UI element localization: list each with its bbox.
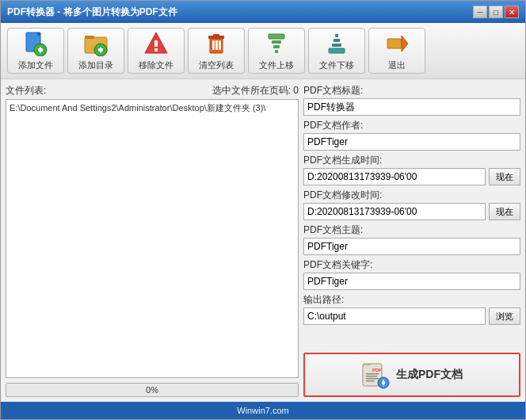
svg-rect-30 <box>363 364 371 365</box>
svg-rect-26 <box>329 48 345 53</box>
pdf-created-label: PDF文档生成时间: <box>303 154 520 167</box>
svg-rect-24 <box>334 39 340 42</box>
svg-rect-15 <box>213 34 219 37</box>
pdf-output-input[interactable] <box>303 307 486 325</box>
svg-rect-20 <box>272 40 281 44</box>
pdf-subject-row <box>303 238 520 255</box>
pdf-author-group: PDF文档作者: <box>303 119 520 151</box>
svg-rect-27 <box>387 39 402 48</box>
svg-rect-16 <box>212 40 215 50</box>
add-file-icon <box>23 31 48 56</box>
main-window: PDF转换器 - 将多个图片转换为PDF文件 ─ □ ✕ 添加文件 <box>0 0 526 420</box>
svg-rect-32 <box>366 373 379 375</box>
pdf-output-label: 输出路径: <box>303 293 520 307</box>
add-dir-button[interactable]: 添加目录 <box>67 28 124 74</box>
pdf-keywords-label: PDF文档关键字: <box>303 258 520 272</box>
title-controls: ─ □ ✕ <box>473 6 519 18</box>
close-button[interactable]: ✕ <box>505 6 519 18</box>
minimize-button[interactable]: ─ <box>473 6 487 18</box>
svg-rect-11 <box>154 40 158 47</box>
modified-now-button[interactable]: 现在 <box>489 203 520 220</box>
add-dir-label: 添加目录 <box>78 59 113 71</box>
progress-area: 0% <box>6 383 299 397</box>
svg-rect-35 <box>366 380 374 382</box>
remove-file-label: 移除文件 <box>139 59 173 71</box>
svg-rect-38 <box>382 381 385 384</box>
pdf-keywords-input[interactable] <box>303 273 520 290</box>
svg-rect-33 <box>366 376 377 377</box>
exit-label: 退出 <box>388 59 406 71</box>
pdf-author-row <box>303 133 520 151</box>
pdf-output-row: 浏览 <box>303 307 520 325</box>
add-file-label: 添加文件 <box>18 59 53 71</box>
pdf-modified-label: PDF文档修改时间: <box>303 189 520 202</box>
file-list-label: 文件列表: <box>6 84 46 97</box>
svg-marker-28 <box>402 36 408 52</box>
watermark-bar: Winwin7.com <box>1 402 525 419</box>
exit-button[interactable]: 退出 <box>368 28 425 74</box>
browse-button[interactable]: 浏览 <box>489 307 520 325</box>
pdf-author-input[interactable] <box>303 133 520 151</box>
svg-rect-9 <box>100 47 101 53</box>
svg-rect-23 <box>335 34 338 37</box>
pdf-title-group: PDF文档标题: <box>303 84 520 116</box>
svg-rect-19 <box>269 34 284 39</box>
page-info: 选中文件所在页码: 0 <box>212 84 299 97</box>
clear-list-button[interactable]: 清空列表 <box>188 28 245 74</box>
pdf-subject-input[interactable] <box>303 238 520 255</box>
svg-rect-4 <box>40 47 41 53</box>
pdf-keywords-group: PDF文档关键字: <box>303 258 520 290</box>
file-up-button[interactable]: 文件上移 <box>248 28 305 74</box>
pdf-created-input[interactable] <box>303 168 486 185</box>
maximize-button[interactable]: □ <box>489 6 503 18</box>
generate-pdf-label: 生成PDF文档 <box>396 368 463 382</box>
remove-file-icon <box>143 31 169 56</box>
exit-icon <box>384 31 410 56</box>
pdf-modified-row: 现在 <box>303 203 520 220</box>
pdf-modified-input[interactable] <box>303 203 486 220</box>
left-panel: 文件列表: 选中文件所在页码: 0 E:\Document And Settin… <box>6 84 299 397</box>
svg-text:PDF: PDF <box>372 368 382 372</box>
file-list-box[interactable]: E:\Document And Settings2\Administrator\… <box>6 99 299 378</box>
pdf-created-row: 现在 <box>303 168 520 185</box>
progress-text: 0% <box>6 384 298 396</box>
generate-pdf-button[interactable]: PDF 生成PDF文档 <box>303 353 520 397</box>
file-down-label: 文件下移 <box>319 59 354 71</box>
file-down-icon <box>324 31 349 56</box>
svg-rect-17 <box>215 40 218 50</box>
pdf-output-group: 输出路径: 浏览 <box>303 293 520 325</box>
svg-rect-21 <box>273 45 280 48</box>
generate-pdf-icon: PDF <box>361 361 390 389</box>
pdf-modified-group: PDF文档修改时间: 现在 <box>303 189 520 220</box>
toolbar: 添加文件 添加目录 移除文件 <box>1 23 525 79</box>
watermark-text: Winwin7.com <box>237 406 288 415</box>
file-up-icon <box>264 31 289 56</box>
svg-rect-6 <box>85 36 94 39</box>
right-panel: PDF文档标题: PDF文档作者: PDF文档生成时间: 现在 PD <box>303 84 520 397</box>
add-file-button[interactable]: 添加文件 <box>7 28 64 74</box>
svg-rect-12 <box>154 48 158 52</box>
svg-rect-1 <box>37 32 40 36</box>
add-dir-icon <box>83 31 109 56</box>
pdf-author-label: PDF文档作者: <box>303 119 520 132</box>
pdf-title-input[interactable] <box>303 98 520 116</box>
file-down-button[interactable]: 文件下移 <box>308 28 365 74</box>
pdf-title-row <box>303 98 520 116</box>
clear-list-label: 清空列表 <box>199 59 234 71</box>
file-list-header: 文件列表: 选中文件所在页码: 0 <box>6 84 299 97</box>
file-up-label: 文件上移 <box>259 59 294 71</box>
remove-file-button[interactable]: 移除文件 <box>128 28 185 74</box>
created-now-button[interactable]: 现在 <box>489 168 520 185</box>
title-bar: PDF转换器 - 将多个图片转换为PDF文件 ─ □ ✕ <box>1 1 525 23</box>
file-entry: E:\Document And Settings2\Administrator\… <box>8 101 296 115</box>
window-title: PDF转换器 - 将多个图片转换为PDF文件 <box>7 6 177 19</box>
clear-list-icon <box>204 31 229 56</box>
svg-rect-25 <box>332 44 341 47</box>
pdf-keywords-row <box>303 273 520 290</box>
main-content: 文件列表: 选中文件所在页码: 0 E:\Document And Settin… <box>1 79 525 402</box>
pdf-created-group: PDF文档生成时间: 现在 <box>303 154 520 185</box>
svg-rect-18 <box>219 40 221 50</box>
svg-rect-34 <box>366 378 379 380</box>
pdf-subject-label: PDF文档主题: <box>303 223 520 237</box>
svg-rect-22 <box>275 50 278 53</box>
